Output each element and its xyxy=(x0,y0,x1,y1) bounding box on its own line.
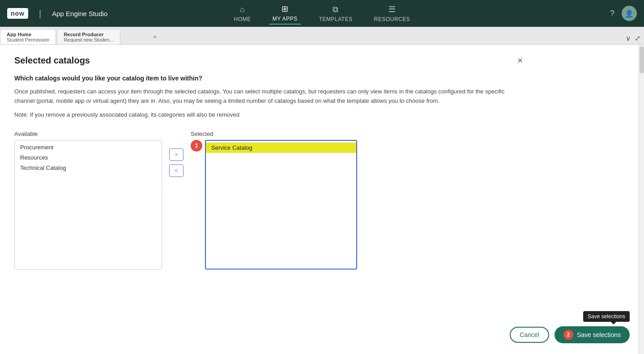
selected-list-item[interactable]: Service Catalog xyxy=(206,143,356,153)
available-list[interactable]: Procurement Resources Technical Catalog xyxy=(14,140,162,270)
tab-bar-actions: ∨ ⤢ xyxy=(626,34,644,44)
tab-app-home-top: App Home xyxy=(7,32,31,37)
save-selections-tooltip: Save selections xyxy=(583,311,630,322)
badge-1: 1 xyxy=(191,140,202,152)
dialog-selected-catalogs: Selected catalogs × Which catalogs would… xyxy=(0,45,537,280)
templates-label: TEMPLATES xyxy=(319,16,353,22)
top-navigation: now | App Engine Studio ⌂ HOME ⊞ MY APPS… xyxy=(0,0,644,27)
save-selections-button[interactable]: 2 Save selections xyxy=(554,326,630,343)
dialog-question: Which catalogs would you like your catal… xyxy=(14,75,523,82)
nav-center-items: ⌂ HOME ⊞ MY APPS ⧉ TEMPLATES ☰ RESOURCES xyxy=(230,2,414,25)
nav-right-area: ? 👤 xyxy=(610,6,637,21)
nav-divider: | xyxy=(39,8,41,19)
nav-item-home[interactable]: ⌂ HOME xyxy=(230,3,255,24)
badge-2: 2 xyxy=(563,330,573,340)
tab-close-icon[interactable]: × xyxy=(153,34,156,40)
selected-col-wrapper: 1 Service Catalog xyxy=(191,140,357,270)
now-logo: now xyxy=(7,8,28,19)
home-label: HOME xyxy=(234,16,251,22)
list-item[interactable]: Resources xyxy=(15,152,162,163)
list-item[interactable]: Procurement xyxy=(15,142,162,152)
move-left-button[interactable]: < xyxy=(169,164,183,177)
move-right-button[interactable]: > xyxy=(169,148,183,161)
transfer-buttons: > < xyxy=(169,148,183,177)
list-item[interactable]: Technical Catalog xyxy=(15,163,162,173)
selected-label: Selected xyxy=(191,131,357,137)
tab-app-home[interactable]: App Home Student Permission xyxy=(0,29,56,44)
nav-item-my-apps[interactable]: ⊞ MY APPS xyxy=(269,2,301,25)
logo-area: now | App Engine Studio xyxy=(7,8,107,19)
resources-icon: ☰ xyxy=(388,4,396,14)
nav-item-resources[interactable]: ☰ RESOURCES xyxy=(371,3,414,24)
home-icon: ⌂ xyxy=(240,5,245,14)
dialog-note: Note: If you remove a previously associa… xyxy=(14,111,523,118)
tab-record-producer[interactable]: Record Producer Request new Studen... × xyxy=(57,29,120,44)
expand-tab-button[interactable]: ⤢ xyxy=(635,34,640,42)
my-apps-icon: ⊞ xyxy=(281,4,289,14)
selected-column: Selected 1 Service Catalog xyxy=(191,131,357,270)
bottom-actions: Cancel 2 Save selections xyxy=(510,326,630,343)
tab-bar: App Home Student Permission Record Produ… xyxy=(0,27,644,45)
scroll-thumb xyxy=(640,46,644,73)
available-column: Available Procurement Resources Technica… xyxy=(14,131,162,270)
dialog-title: Selected catalogs xyxy=(14,55,90,66)
help-icon[interactable]: ? xyxy=(610,9,614,18)
main-content: Selected catalogs × Which catalogs would… xyxy=(0,45,644,354)
scroll-track[interactable] xyxy=(639,45,644,354)
save-selections-label: Save selections xyxy=(577,331,621,338)
resources-label: RESOURCES xyxy=(374,16,410,22)
available-label: Available xyxy=(14,131,162,137)
tab-app-home-bottom: Student Permission xyxy=(7,37,49,42)
dialog-description: Once published, requesters can access yo… xyxy=(14,87,523,106)
close-dialog-button[interactable]: × xyxy=(517,55,523,66)
catalog-selector: Available Procurement Resources Technica… xyxy=(14,131,523,270)
collapse-tab-button[interactable]: ∨ xyxy=(626,34,631,42)
nav-item-templates[interactable]: ⧉ TEMPLATES xyxy=(316,3,356,24)
user-avatar[interactable]: 👤 xyxy=(622,6,637,21)
app-engine-studio-label: App Engine Studio xyxy=(52,10,107,17)
templates-icon: ⧉ xyxy=(333,5,339,14)
cancel-button[interactable]: Cancel xyxy=(510,327,549,343)
selected-list[interactable]: Service Catalog xyxy=(205,140,357,270)
tab-record-producer-label: Record Producer xyxy=(64,32,103,37)
tab-record-producer-sub: Request new Studen... xyxy=(64,37,113,42)
dialog-title-row: Selected catalogs × xyxy=(14,55,523,66)
my-apps-label: MY APPS xyxy=(273,16,298,22)
